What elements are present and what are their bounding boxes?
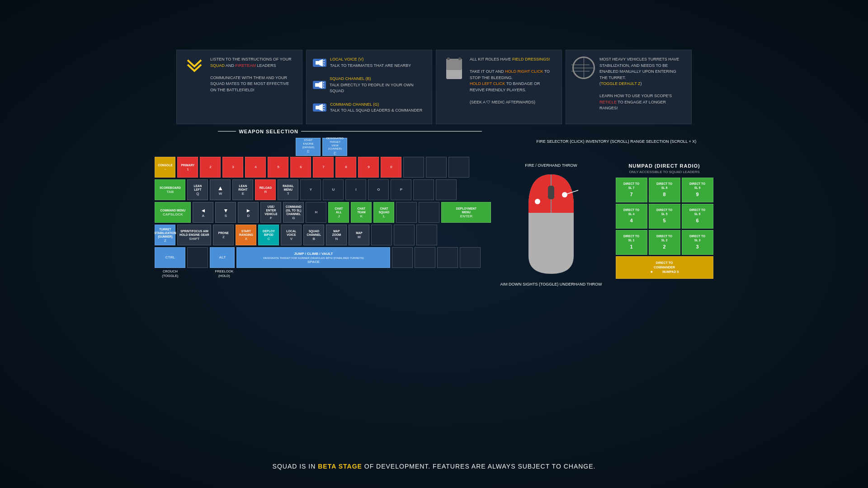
key-q[interactable]: LEANLEFT Q — [187, 179, 208, 200]
key-4[interactable]: 4 — [245, 157, 266, 178]
numpad-6[interactable]: DIRECT TOSL 6 6 — [682, 204, 713, 229]
numpad-section: NUMPAD (DIRECT RADIO) ONLY ACCESSIBLE TO… — [616, 163, 713, 288]
freelook-label: FREELOOK(HOLD) — [212, 269, 236, 279]
key-minus[interactable] — [403, 157, 424, 178]
key-1[interactable]: PRIMARY 1 — [177, 157, 198, 178]
key-slash[interactable] — [416, 225, 437, 245]
key-u[interactable]: U — [323, 179, 344, 200]
key-ctrl[interactable]: CTRL — [155, 247, 185, 268]
key-rbracket[interactable] — [436, 179, 457, 200]
numpad-9[interactable]: DIRECT TOSL 9 9 — [682, 178, 713, 202]
key-l[interactable]: CHATSQUAD L — [373, 202, 394, 223]
key-fn[interactable] — [415, 247, 435, 268]
medic-text: ALL KIT ROLES HAVE FIELD DRESSINGS! TAKE… — [470, 56, 555, 105]
svg-rect-20 — [548, 186, 554, 199]
key-0[interactable]: 0 — [381, 157, 401, 178]
key-h[interactable]: H — [306, 202, 326, 223]
key-period[interactable] — [394, 225, 415, 245]
svg-rect-10 — [316, 106, 319, 109]
numpad-8[interactable]: DIRECT TOSL 8 8 — [649, 178, 680, 202]
key-g[interactable]: COMMAND(GL TO SL)CHANNEL G — [283, 202, 304, 223]
numpad-commander[interactable]: DIRECT TOCOMMANDER★ NUMPAD 0 — [616, 256, 713, 279]
key-r[interactable]: RELOAD R — [255, 179, 276, 200]
key-p[interactable]: P — [391, 179, 411, 200]
key-win[interactable] — [187, 247, 208, 268]
svg-marker-6 — [319, 81, 322, 89]
crouch-label: CROUCH(TOGGLE) — [155, 269, 185, 279]
key-a[interactable]: ◄ A — [193, 202, 213, 223]
key-z-turret[interactable]: TURRETSTABILIZATION(GUNNER) Z — [155, 225, 175, 245]
key-n[interactable]: MAPZOOM N — [326, 225, 347, 245]
key-w[interactable]: ▲ W — [210, 179, 231, 200]
scope-icon — [572, 56, 595, 79]
numpad-1[interactable]: DIRECT TOSL 1 1 — [616, 230, 647, 255]
fire-selector-text: FIRE SELECTOR (CLICK) INVENTORY (SCROLL)… — [536, 138, 696, 150]
voice-entries: LOCAL VOICE (V) TALK TO TEAMMATES THAT A… — [313, 56, 425, 117]
start-engine-key[interactable]: STARTENGINE(DRIVER)E — [296, 138, 321, 156]
beta-suffix: OF DEVELOPMENT. FEATURES ARE ALWAYS SUBJ… — [362, 463, 596, 470]
key-o[interactable]: O — [368, 179, 389, 200]
key-alt[interactable]: ALT — [210, 247, 235, 268]
key-tilde[interactable]: CONSOLE ~ — [155, 157, 175, 178]
key-quote[interactable] — [419, 202, 439, 223]
key-k[interactable]: CHATTEAM K — [351, 202, 372, 223]
medic-panel: ALL KIT ROLES HAVE FIELD DRESSINGS! TAKE… — [436, 50, 562, 124]
key-tab[interactable]: SCOREBOARD TAB — [155, 179, 185, 200]
key-semicolon[interactable] — [396, 202, 417, 223]
svg-point-18 — [458, 57, 461, 60]
svg-rect-0 — [316, 61, 319, 65]
key-2[interactable]: 2 — [200, 157, 221, 178]
key-rctrl[interactable] — [437, 247, 458, 268]
key-equals[interactable] — [426, 157, 447, 178]
key-3[interactable]: 3 — [222, 157, 243, 178]
key-lbracket[interactable] — [413, 179, 434, 200]
svg-marker-11 — [319, 104, 323, 111]
numpad-5[interactable]: DIRECT TOSL 5 5 — [649, 204, 680, 229]
bottom-row-wrapper: CTRL ALT JUMP / CLIMB / VAULT DESIGNATE … — [155, 247, 491, 279]
key-enter[interactable]: DEPLOYMENTMENU ENTER — [441, 202, 491, 223]
medic-icon — [443, 56, 465, 81]
numpad-7[interactable]: DIRECT TOSL 7 7 — [616, 178, 647, 202]
key-right[interactable] — [460, 247, 481, 268]
key-space[interactable]: JUMP / CLIMB / VAULT DESIGNATE TARGET FO… — [236, 247, 390, 268]
key-j[interactable]: CHATALL J — [328, 202, 349, 223]
squad-text: LISTEN TO THE INSTRUCTIONS OF YOUR SQUAD… — [210, 56, 296, 93]
key-8[interactable]: 8 — [335, 157, 356, 178]
main-container: LISTEN TO THE INSTRUCTIONS OF YOUR SQUAD… — [0, 0, 868, 488]
key-f[interactable]: USE/ENTERVEHICLE F — [260, 202, 281, 223]
key-backspace[interactable] — [448, 157, 469, 178]
numpad-4[interactable]: DIRECT TOSL 4 4 — [616, 204, 647, 229]
svg-line-4 — [323, 65, 325, 66]
key-z-prone[interactable]: PRONE Z — [213, 225, 234, 245]
key-b[interactable]: SQUADCHANNEL B — [303, 225, 324, 245]
beta-highlight: BETA STAGE — [318, 463, 362, 470]
key-ralt[interactable] — [392, 247, 413, 268]
key-e[interactable]: LEANRIGHT E — [232, 179, 253, 200]
keyboard-section: WEAPON SELECTION STARTENGINE(DRIVER)E DE… — [155, 138, 713, 288]
numpad-title: NUMPAD (DIRECT RADIO) — [616, 163, 713, 169]
key-shift[interactable]: SPRINT/FOCUS AIMHOLD ENGINE GEAR SHIFT — [177, 225, 211, 245]
key-y[interactable]: Y — [300, 179, 321, 200]
key-d[interactable]: ► D — [238, 202, 259, 223]
key-c[interactable]: DEPLOYBIPOD C — [258, 225, 279, 245]
numpad-3[interactable]: DIRECT TOSL 3 3 — [682, 230, 713, 255]
turret-panel: MOST HEAVY VEHICLES TURRETS HAVE STABILI… — [566, 50, 692, 124]
key-9[interactable]: 9 — [358, 157, 379, 178]
key-t[interactable]: RADIALMENU T — [278, 179, 298, 200]
squad-panel: LISTEN TO THE INSTRUCTIONS OF YOUR SQUAD… — [176, 50, 302, 124]
key-m[interactable]: MAP M — [349, 225, 369, 245]
key-x[interactable]: STARTRANGING X — [236, 225, 256, 245]
key-5[interactable]: 5 — [268, 157, 288, 178]
designated-target-key[interactable]: DESIGNATEDTARGETVIEW(GUNNER)E — [322, 138, 347, 156]
key-v[interactable]: LOCALVOICE V — [281, 225, 302, 245]
key-comma[interactable] — [371, 225, 392, 245]
key-6[interactable]: 6 — [290, 157, 311, 178]
vehicle-key-row: STARTENGINE(DRIVER)E DESIGNATEDTARGETVIE… — [296, 138, 491, 156]
key-7[interactable]: 7 — [313, 157, 334, 178]
key-caps[interactable]: COMMAND MENU CAPSLOCK — [155, 202, 191, 223]
squad-channel-text: SQUAD CHANNEL (B) TALK DIRECTLY TO PEOPL… — [330, 76, 425, 94]
numpad-2[interactable]: DIRECT TOSL 2 2 — [649, 230, 680, 255]
key-s[interactable]: ▼ S — [215, 202, 236, 223]
key-i[interactable]: I — [345, 179, 366, 200]
bottom-row: CTRL ALT JUMP / CLIMB / VAULT DESIGNATE … — [155, 247, 491, 268]
